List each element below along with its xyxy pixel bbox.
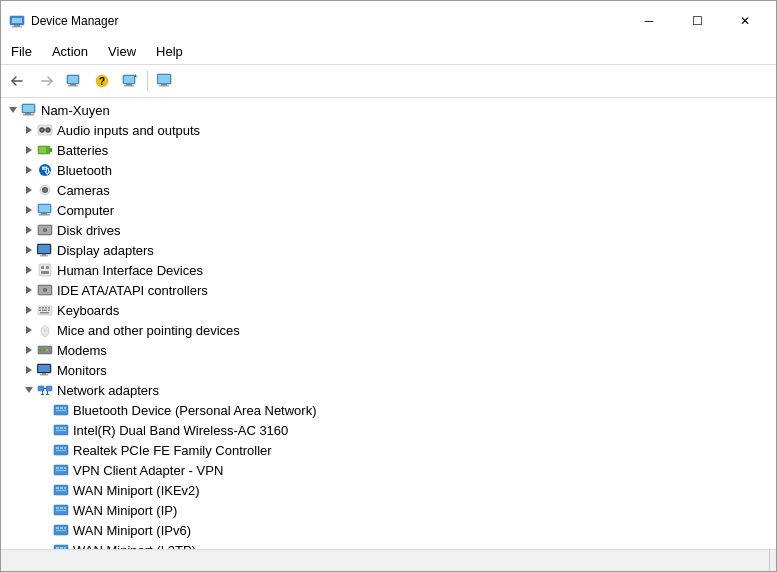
list-item[interactable]: WAN Miniport (IKEv2) xyxy=(1,480,776,500)
svg-rect-3 xyxy=(12,27,22,28)
svg-rect-57 xyxy=(39,264,51,276)
svg-rect-73 xyxy=(42,310,47,312)
toggle-modems[interactable] xyxy=(21,342,37,358)
menu-bar: File Action View Help xyxy=(1,39,776,65)
nic-icon xyxy=(53,462,69,478)
menu-view[interactable]: View xyxy=(98,41,146,62)
help-button[interactable]: ? xyxy=(89,68,115,94)
svg-rect-97 xyxy=(46,394,49,395)
list-item[interactable]: Monitors xyxy=(1,360,776,380)
list-item[interactable]: Cameras xyxy=(1,180,776,200)
tree-root[interactable]: Nam-Xuyen xyxy=(1,100,776,120)
svg-rect-131 xyxy=(64,527,66,529)
title-bar: Device Manager ─ ☐ ✕ xyxy=(1,1,776,39)
svg-rect-126 xyxy=(64,507,66,509)
list-item[interactable]: Realtek PCIe FE Family Controller xyxy=(1,440,776,460)
menu-file[interactable]: File xyxy=(1,41,42,62)
realtek-label: Realtek PCIe FE Family Controller xyxy=(73,443,272,458)
list-item[interactable]: Modems xyxy=(1,340,776,360)
list-item[interactable]: Display adapters xyxy=(1,240,776,260)
keyboard-icon xyxy=(37,302,53,318)
list-item[interactable]: Keyboards xyxy=(1,300,776,320)
svg-marker-80 xyxy=(26,346,32,354)
bluetooth-label: Bluetooth xyxy=(57,163,112,178)
vpn-label: VPN Client Adapter - VPN xyxy=(73,463,223,478)
toggle-computer[interactable] xyxy=(21,202,37,218)
list-item[interactable]: Disk drives xyxy=(1,220,776,240)
toggle-audio[interactable] xyxy=(21,122,37,138)
toggle-network[interactable] xyxy=(21,382,37,398)
toggle-ide[interactable] xyxy=(21,282,37,298)
svg-rect-22 xyxy=(25,113,31,115)
svg-rect-54 xyxy=(42,254,46,256)
svg-rect-121 xyxy=(64,487,66,489)
svg-marker-24 xyxy=(26,126,32,134)
list-item[interactable]: Bluetooth Device (Personal Area Network) xyxy=(1,400,776,420)
list-item[interactable]: ⮷ Bluetooth xyxy=(1,160,776,180)
svg-rect-58 xyxy=(41,266,44,269)
svg-rect-94 xyxy=(42,391,43,394)
svg-rect-68 xyxy=(39,307,41,309)
list-item[interactable]: Intel(R) Dual Band Wireless-AC 3160 xyxy=(1,420,776,440)
toggle-display[interactable] xyxy=(21,242,37,258)
nic-icon xyxy=(53,542,69,549)
svg-rect-96 xyxy=(41,394,44,395)
list-item[interactable]: Batteries xyxy=(1,140,776,160)
maximize-button[interactable]: ☐ xyxy=(674,7,720,35)
toggle-keyboards[interactable] xyxy=(21,302,37,318)
minimize-button[interactable]: ─ xyxy=(626,7,672,35)
disk-label: Disk drives xyxy=(57,223,121,238)
title-controls: ─ ☐ ✕ xyxy=(626,7,768,35)
list-item[interactable]: Audio inputs and outputs xyxy=(1,120,776,140)
svg-point-84 xyxy=(46,349,48,351)
svg-rect-130 xyxy=(60,527,63,529)
svg-marker-51 xyxy=(26,246,32,254)
toggle-hid[interactable] xyxy=(21,262,37,278)
content-area: Nam-Xuyen Au xyxy=(1,98,776,549)
svg-rect-75 xyxy=(40,312,49,314)
toggle-batteries[interactable] xyxy=(21,142,37,158)
toolbar-separator xyxy=(147,71,148,91)
toggle-mice[interactable] xyxy=(21,322,37,338)
list-item[interactable]: VPN Client Adapter - VPN xyxy=(1,460,776,480)
list-item[interactable]: Human Interface Devices xyxy=(1,260,776,280)
status-bar xyxy=(1,549,776,571)
root-toggle[interactable] xyxy=(5,102,21,118)
update-driver-button[interactable] xyxy=(117,68,143,94)
menu-action[interactable]: Action xyxy=(42,41,98,62)
toggle-disk[interactable] xyxy=(21,222,37,238)
toggle-monitors[interactable] xyxy=(21,362,37,378)
svg-rect-16 xyxy=(158,75,170,83)
svg-point-40 xyxy=(44,189,47,192)
properties-button[interactable] xyxy=(61,68,87,94)
svg-rect-12 xyxy=(126,84,132,86)
list-item[interactable]: WAN Miniport (L2TP) xyxy=(1,540,776,549)
forward-button[interactable] xyxy=(33,68,59,94)
list-item[interactable]: Mice and other pointing devices xyxy=(1,320,776,340)
list-item[interactable]: Network adapters xyxy=(1,380,776,400)
svg-rect-13 xyxy=(124,86,134,87)
wan-ikev2-label: WAN Miniport (IKEv2) xyxy=(73,483,200,498)
toggle-bluetooth[interactable] xyxy=(21,162,37,178)
intel-wifi-label: Intel(R) Dual Band Wireless-AC 3160 xyxy=(73,423,288,438)
svg-rect-33 xyxy=(39,147,46,153)
svg-rect-101 xyxy=(64,407,66,409)
toggle-cameras[interactable] xyxy=(21,182,37,198)
close-button[interactable]: ✕ xyxy=(722,7,768,35)
list-item[interactable]: IDE ATA/ATAPI controllers xyxy=(1,280,776,300)
expand-icon xyxy=(24,225,34,235)
menu-help[interactable]: Help xyxy=(146,41,193,62)
monitor-button[interactable] xyxy=(152,68,178,94)
cameras-label: Cameras xyxy=(57,183,110,198)
tree-panel[interactable]: Nam-Xuyen Au xyxy=(1,98,776,549)
toolbar: ? xyxy=(1,65,776,98)
wan-ip-label: WAN Miniport (IP) xyxy=(73,503,177,518)
list-item[interactable]: Computer xyxy=(1,200,776,220)
svg-rect-5 xyxy=(68,76,78,83)
list-item[interactable]: WAN Miniport (IP) xyxy=(1,500,776,520)
batteries-icon xyxy=(37,142,53,158)
list-item[interactable]: WAN Miniport (IPv6) xyxy=(1,520,776,540)
svg-rect-70 xyxy=(45,307,47,309)
back-button[interactable] xyxy=(5,68,31,94)
mouse-icon xyxy=(37,322,53,338)
